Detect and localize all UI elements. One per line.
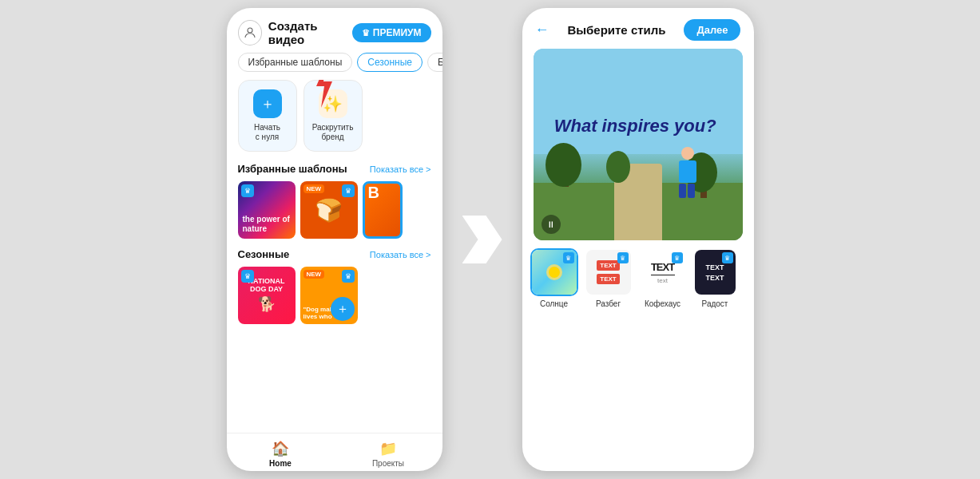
- style-radost-item[interactable]: TEXT TEXT ♛ Радост: [693, 248, 737, 308]
- start-from-scratch-card[interactable]: ＋ Начатьс нуля: [238, 80, 297, 152]
- seasonal-show-all[interactable]: Показать все >: [370, 250, 431, 259]
- style-kofe-thumb[interactable]: TEXT text ♛: [639, 248, 687, 296]
- svg-point-0: [248, 28, 252, 33]
- dog-makes-template[interactable]: NEW ♛ "Dog mak our lives who ＋: [300, 267, 358, 324]
- style-sun-thumb[interactable]: ♛: [530, 248, 578, 296]
- featured-header: Избранные шаблоны Показать все >: [227, 163, 442, 181]
- video-background: What inspires you?: [534, 49, 743, 240]
- crown-badge-radost: ♛: [722, 252, 733, 263]
- left-phone: Создать видео ♛ ПРЕМИУМ Избранные шаблон…: [227, 8, 442, 471]
- bottom-nav: 🏠 Home 📁 Проекты: [227, 433, 442, 471]
- crown-badge-national: ♛: [241, 270, 254, 283]
- scratch-label: Начатьс нуля: [254, 123, 280, 142]
- right-phone: ← Выберите стиль Далее: [522, 8, 754, 471]
- pause-icon: ⏸: [546, 220, 555, 229]
- sky-bg: [534, 49, 743, 154]
- add-seasonal-btn[interactable]: ＋: [331, 297, 355, 321]
- video-preview: What inspires you? ⏸: [534, 49, 743, 240]
- sun-spark-icon: ✨: [319, 89, 347, 118]
- nature-text: the power of nature: [243, 215, 291, 234]
- svg-point-3: [549, 267, 560, 278]
- style-section: ♛ Солнце TEXT TEXT ♛ Разбег: [522, 248, 754, 471]
- app-container: Создать видео ♛ ПРЕМИУМ Избранные шаблон…: [0, 0, 980, 479]
- nav-projects[interactable]: 📁 Проекты: [335, 440, 442, 468]
- left-header: Создать видео ♛ ПРЕМИУМ: [227, 8, 442, 53]
- projects-icon: 📁: [379, 440, 397, 457]
- crown-badge-kofe: ♛: [672, 252, 683, 263]
- tree-mid: [606, 151, 630, 183]
- left-title: Создать видео: [268, 19, 352, 46]
- style-razber-thumb[interactable]: TEXT TEXT ♛: [585, 248, 633, 296]
- right-title: Выберите стиль: [567, 23, 665, 37]
- featured-grid: the power of nature ♛ 🍞 NEW ♛ B: [227, 181, 442, 248]
- crown-badge-razber: ♛: [617, 252, 629, 263]
- style-grid: ♛ Солнце TEXT TEXT ♛ Разбег: [530, 248, 746, 308]
- pause-button[interactable]: ⏸: [542, 215, 561, 234]
- crown-badge-nature: ♛: [241, 184, 254, 197]
- template-cards-row: ＋ Начатьс нуля ✨ Раскрутитьбренд: [227, 80, 442, 163]
- back-button[interactable]: ←: [535, 22, 550, 38]
- new-badge-bread: NEW: [304, 184, 325, 193]
- video-text-overlay: What inspires you?: [554, 116, 716, 137]
- brand-card-wrap: ✨ Раскрутитьбренд: [304, 80, 363, 152]
- radost-label: Радост: [702, 299, 728, 308]
- tree-left: [546, 143, 581, 187]
- kofe-label: Кофехаус: [645, 299, 680, 308]
- national-dog-day-template[interactable]: ♛ NationalDog Day 🐕: [238, 267, 296, 324]
- crown-badge-dog: ♛: [342, 270, 355, 283]
- seasonal-header: Сезонные Показать все >: [227, 248, 442, 267]
- crown-badge-sun: ♛: [563, 252, 574, 263]
- tab-seasonal[interactable]: Сезонные: [357, 53, 423, 72]
- right-header: ← Выберите стиль Далее: [522, 8, 754, 49]
- filter-tabs: Избранные шаблоны Сезонные Бесп: [227, 53, 442, 80]
- brand-label: Раскрутитьбренд: [312, 123, 354, 142]
- premium-button[interactable]: ♛ ПРЕМИУМ: [352, 23, 431, 42]
- girl-figure: [679, 147, 696, 198]
- seasonal-section: Сезонные Показать все > ♛ NationalDog Da…: [227, 248, 442, 433]
- plus-icon: ＋: [253, 89, 282, 118]
- transition-arrow: [442, 216, 522, 263]
- style-radost-thumb[interactable]: TEXT TEXT ♛: [693, 248, 737, 296]
- next-button[interactable]: Далее: [684, 19, 740, 41]
- home-icon: 🏠: [272, 440, 289, 457]
- seasonal-title: Сезонные: [238, 248, 290, 260]
- partial-template[interactable]: B: [363, 181, 403, 239]
- projects-label: Проекты: [372, 459, 404, 468]
- tab-free[interactable]: Бесп: [427, 53, 442, 72]
- chevron-right-icon: [462, 216, 502, 263]
- style-kofe-item[interactable]: TEXT text ♛ Кофехаус: [639, 248, 687, 308]
- style-razber-item[interactable]: TEXT TEXT ♛ Разбег: [585, 248, 633, 308]
- seasonal-grid: ♛ NationalDog Day 🐕 NEW ♛ "Dog mak our l…: [227, 267, 442, 324]
- sun-label: Солнце: [540, 299, 568, 308]
- brand-card[interactable]: ✨ Раскрутитьбренд: [304, 80, 363, 152]
- razber-label: Разбег: [596, 299, 621, 308]
- crown-badge-bread: ♛: [342, 184, 355, 197]
- nav-home[interactable]: 🏠 Home: [227, 440, 335, 468]
- nature-template[interactable]: the power of nature ♛: [238, 181, 296, 239]
- bread-template[interactable]: 🍞 NEW ♛: [300, 181, 358, 239]
- style-sun-item[interactable]: ♛ Солнце: [530, 248, 578, 308]
- featured-show-all[interactable]: Показать все >: [370, 164, 431, 174]
- home-label: Home: [269, 459, 292, 468]
- featured-title: Избранные шаблоны: [238, 163, 347, 175]
- avatar-icon[interactable]: [238, 20, 262, 46]
- tab-favorites[interactable]: Избранные шаблоны: [238, 53, 353, 72]
- new-badge-dog: NEW: [304, 270, 325, 279]
- crown-icon: ♛: [362, 28, 370, 38]
